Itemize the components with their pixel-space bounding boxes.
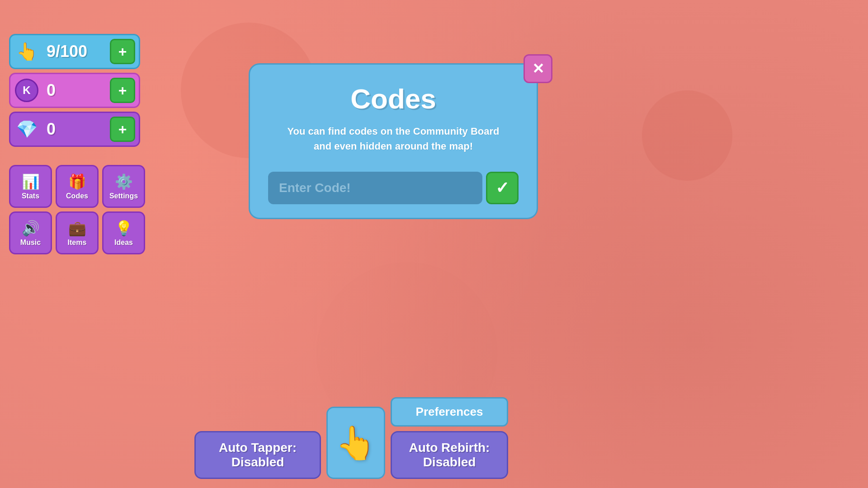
- nav-stats-button[interactable]: 📊 Stats: [9, 165, 52, 208]
- stats-nav-icon: 📊: [22, 173, 40, 190]
- right-buttons: Preferences Auto Rebirth:Disabled: [391, 397, 508, 479]
- code-submit-button[interactable]: ✓: [486, 172, 519, 204]
- items-nav-icon: 💼: [68, 220, 86, 237]
- k-icon: K: [10, 74, 43, 107]
- music-nav-label: Music: [20, 239, 41, 247]
- codes-nav-label: Codes: [66, 192, 88, 200]
- ideas-nav-icon: 💡: [115, 220, 133, 237]
- preferences-label: Preferences: [416, 405, 483, 418]
- codes-nav-icon: 🎁: [68, 173, 86, 190]
- codes-modal: Codes You can find codes on the Communit…: [249, 63, 538, 219]
- bottom-bar: Auto Tapper:Disabled 👆 Preferences Auto …: [194, 397, 868, 488]
- settings-nav-label: Settings: [109, 192, 138, 200]
- checkmark-icon: ✓: [495, 178, 509, 197]
- preferences-button[interactable]: Preferences: [391, 397, 508, 427]
- gem-plus-button[interactable]: +: [110, 117, 135, 142]
- nav-settings-button[interactable]: ⚙️ Settings: [102, 165, 145, 208]
- gem-icon: 💎: [10, 113, 43, 145]
- close-icon: ✕: [532, 60, 544, 77]
- stats-panel: 👆 9/100 + K 0 + 💎 0 +: [9, 34, 140, 147]
- clicks-value: 9/100: [43, 42, 106, 61]
- hand-tap-icon: 👆: [335, 424, 376, 462]
- nav-ideas-button[interactable]: 💡 Ideas: [102, 211, 145, 254]
- auto-tapper-label: Auto Tapper:Disabled: [219, 441, 297, 469]
- ideas-nav-label: Ideas: [114, 239, 133, 247]
- clicks-bar: 👆 9/100 +: [9, 34, 140, 69]
- clicks-icon: 👆: [10, 35, 43, 68]
- gem-value: 0: [43, 120, 106, 139]
- k-value: 0: [43, 81, 106, 100]
- code-input[interactable]: [268, 172, 482, 204]
- k-letter: K: [23, 84, 30, 97]
- nav-codes-button[interactable]: 🎁 Codes: [56, 165, 99, 208]
- nav-items-button[interactable]: 💼 Items: [56, 211, 99, 254]
- auto-rebirth-label: Auto Rebirth:Disabled: [409, 441, 490, 469]
- auto-rebirth-button[interactable]: Auto Rebirth:Disabled: [391, 431, 508, 479]
- auto-tapper-button[interactable]: Auto Tapper:Disabled: [194, 431, 321, 479]
- stats-nav-label: Stats: [22, 192, 39, 200]
- settings-nav-icon: ⚙️: [115, 173, 133, 190]
- close-modal-button[interactable]: ✕: [524, 54, 552, 83]
- k-bar: K 0 +: [9, 73, 140, 108]
- nav-music-button[interactable]: 🔊 Music: [9, 211, 52, 254]
- k-plus-button[interactable]: +: [110, 78, 135, 103]
- nav-grid: 📊 Stats 🎁 Codes ⚙️ Settings 🔊 Music 💼 It…: [9, 165, 145, 254]
- code-input-row: ✓: [268, 172, 519, 204]
- clicks-plus-button[interactable]: +: [110, 39, 135, 64]
- tap-icon-button[interactable]: 👆: [326, 407, 385, 479]
- modal-title: Codes: [268, 83, 519, 115]
- gem-bar: 💎 0 +: [9, 112, 140, 147]
- modal-description: You can find codes on the Community Boar…: [268, 124, 519, 154]
- items-nav-label: Items: [68, 239, 87, 247]
- music-nav-icon: 🔊: [22, 220, 40, 237]
